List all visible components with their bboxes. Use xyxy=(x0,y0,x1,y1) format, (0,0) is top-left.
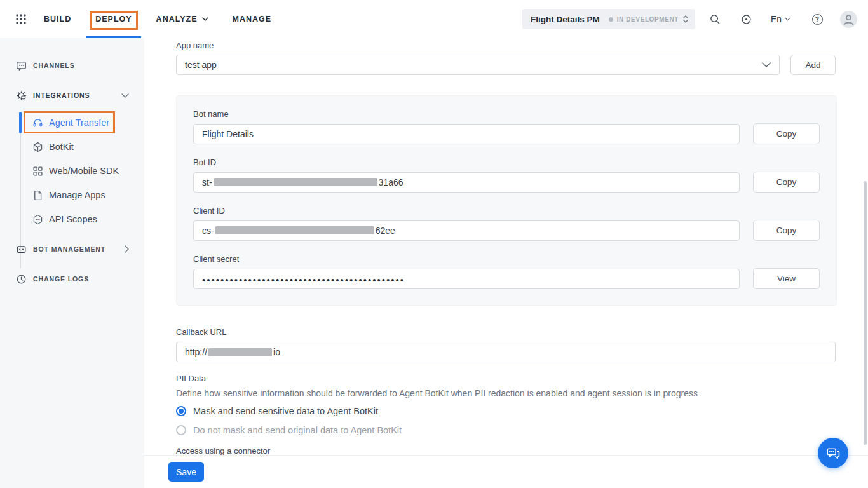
main-nav: BUILD DEPLOY ANALYZE MANAGE xyxy=(44,0,271,38)
channels-icon xyxy=(15,60,27,71)
clock-history-icon xyxy=(15,273,27,285)
nav-manage[interactable]: MANAGE xyxy=(233,0,272,38)
save-button[interactable]: Save xyxy=(168,462,204,482)
headset-icon xyxy=(32,117,43,128)
app-name-select[interactable]: test app xyxy=(176,55,780,75)
sidebar-item-botkit[interactable]: BotKit xyxy=(0,135,144,159)
footer-bar: Save xyxy=(144,455,868,488)
bot-id-row: Bot ID st- 31a66 Copy xyxy=(193,158,820,193)
bot-name-label: Flight Details PM xyxy=(531,15,600,24)
robot-icon xyxy=(15,243,27,255)
callback-url-prefix: http:// xyxy=(185,347,207,357)
client-id-prefix: cs- xyxy=(202,226,214,236)
radio-selected-icon[interactable] xyxy=(176,406,186,416)
client-secret-row: Client secret ••••••••••••••••••••••••••… xyxy=(193,254,820,289)
chat-bubbles-icon xyxy=(825,445,841,461)
radio-unselected-icon[interactable] xyxy=(176,425,186,435)
sidebar-item-api-scopes[interactable]: API API Scopes xyxy=(0,207,144,231)
client-id-label: Client ID xyxy=(193,206,820,215)
nav-analyze[interactable]: ANALYZE xyxy=(156,0,208,38)
avatar[interactable] xyxy=(840,11,857,28)
bot-name-row: Bot name Flight Details Copy xyxy=(193,109,820,144)
bot-id-label: Bot ID xyxy=(193,158,820,167)
bot-name-input[interactable]: Flight Details xyxy=(193,124,740,144)
copy-bot-name-button[interactable]: Copy xyxy=(753,123,820,144)
bot-switcher[interactable]: Flight Details PM IN DEVELOPMENT xyxy=(522,9,695,29)
sort-chevrons-icon xyxy=(682,15,689,24)
bot-id-prefix: st- xyxy=(202,177,212,187)
integrations-sub-list: Agent Transfer BotKit Web xyxy=(0,111,144,231)
chevron-right-icon xyxy=(125,245,129,253)
nav-deploy-label: DEPLOY xyxy=(95,15,132,24)
web-mobile-sdk-label: Web/Mobile SDK xyxy=(49,166,119,176)
bot-name-label: Bot name xyxy=(193,109,820,119)
sidebar-item-bot-management[interactable]: BOT MANAGEMENT xyxy=(0,241,144,257)
channels-label: CHANNELS xyxy=(33,62,75,69)
radio-option-no-mask-data[interactable]: Do not mask and send original data to Ag… xyxy=(176,425,402,435)
add-app-button[interactable]: Add xyxy=(790,55,836,75)
help-icon[interactable]: ? xyxy=(811,13,824,25)
client-secret-masked-value: ••••••••••••••••••••••••••••••••••••••••… xyxy=(202,273,405,285)
bot-name-value: Flight Details xyxy=(202,129,254,139)
client-id-suffix: 62ee xyxy=(376,226,395,236)
squares-grid-icon xyxy=(32,165,43,177)
copy-bot-id-button[interactable]: Copy xyxy=(753,172,820,193)
chevron-down-icon xyxy=(785,17,790,21)
nav-build[interactable]: BUILD xyxy=(44,0,71,38)
active-tab-indicator xyxy=(86,36,140,38)
credentials-card: Bot name Flight Details Copy Bot ID st- … xyxy=(176,95,837,306)
client-id-row: Client ID cs- 62ee Copy xyxy=(193,206,820,241)
sidebar-item-manage-apps[interactable]: Manage Apps xyxy=(0,183,144,207)
integrations-label: INTEGRATIONS xyxy=(33,92,90,99)
bot-id-input[interactable]: st- 31a66 xyxy=(193,172,740,193)
radio-option-mask-data[interactable]: Mask and send sensitive data to Agent Bo… xyxy=(176,406,378,416)
chevron-down-icon xyxy=(121,93,129,98)
search-icon[interactable] xyxy=(709,13,722,25)
chevron-down-icon xyxy=(202,17,208,21)
sidebar-item-change-logs[interactable]: CHANGE LOGS xyxy=(0,271,144,287)
sidebar-item-channels[interactable]: CHANNELS xyxy=(0,58,144,73)
api-scopes-label: API Scopes xyxy=(49,214,97,224)
scrollbar-thumb[interactable] xyxy=(864,181,867,445)
connector-section-label: Access using a connector xyxy=(176,446,270,456)
api-badge-icon: API xyxy=(32,214,43,225)
language-label: En xyxy=(771,14,782,24)
language-selector[interactable]: En xyxy=(771,14,790,24)
integrations-icon xyxy=(15,90,27,101)
status-badge: IN DEVELOPMENT xyxy=(617,16,679,23)
botkit-label: BotKit xyxy=(49,142,74,152)
view-client-secret-button[interactable]: View xyxy=(753,268,820,289)
agent-transfer-label: Agent Transfer xyxy=(49,118,109,128)
header-icons: En ? xyxy=(709,0,868,38)
sidebar-item-web-mobile-sdk[interactable]: Web/Mobile SDK xyxy=(0,159,144,183)
client-secret-input[interactable]: ••••••••••••••••••••••••••••••••••••••••… xyxy=(193,269,740,289)
client-id-input[interactable]: cs- 62ee xyxy=(193,220,740,241)
redaction-bar xyxy=(214,178,377,186)
sidebar-item-integrations[interactable]: INTEGRATIONS xyxy=(0,88,144,103)
change-logs-label: CHANGE LOGS xyxy=(33,275,89,283)
app-name-value: test app xyxy=(185,60,217,70)
cube-icon xyxy=(32,141,43,152)
api-badge-text: API xyxy=(35,218,39,221)
active-item-bar xyxy=(19,112,22,133)
nav-manage-label: MANAGE xyxy=(233,15,272,24)
circle-dot-icon[interactable] xyxy=(740,13,753,25)
client-secret-label: Client secret xyxy=(193,254,820,264)
help-glyph: ? xyxy=(815,15,819,23)
radio-no-mask-label: Do not mask and send original data to Ag… xyxy=(193,425,402,435)
app-name-label: App name xyxy=(176,41,214,50)
sidebar-item-agent-transfer[interactable]: Agent Transfer xyxy=(0,111,144,135)
nav-deploy[interactable]: DEPLOY xyxy=(95,0,132,38)
copy-client-id-button[interactable]: Copy xyxy=(753,220,820,241)
bot-management-label: BOT MANAGEMENT xyxy=(33,245,105,253)
bot-id-suffix: 31a66 xyxy=(379,177,403,187)
top-navigation-bar: BUILD DEPLOY ANALYZE MANAGE Flight Detai… xyxy=(0,0,868,38)
callback-url-label: Callback URL xyxy=(176,327,226,337)
chat-help-fab[interactable] xyxy=(818,438,848,468)
callback-url-suffix: io xyxy=(273,347,280,357)
status-dot xyxy=(609,17,613,22)
nav-build-label: BUILD xyxy=(44,15,71,24)
apps-grid-icon[interactable] xyxy=(15,13,27,25)
callback-url-input[interactable]: http:// io xyxy=(176,342,836,362)
nav-analyze-label: ANALYZE xyxy=(156,15,198,24)
